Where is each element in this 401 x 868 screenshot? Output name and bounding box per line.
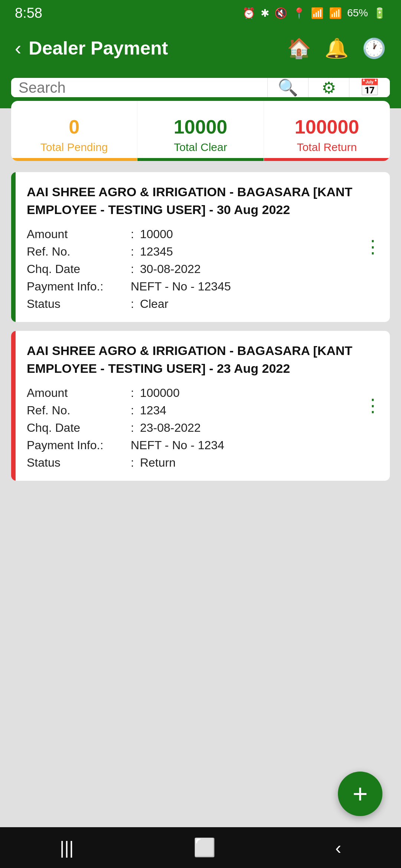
status-value: Clear [140,297,168,311]
payment-card: AAI SHREE AGRO & IRRIGATION - BAGASARA [… [11,172,390,322]
cards-container: AAI SHREE AGRO & IRRIGATION - BAGASARA [… [0,161,401,555]
bluetooth-icon: ✱ [261,7,269,19]
amount-colon: : [131,227,134,241]
amount-label: Amount [27,227,131,241]
back-button[interactable]: ‹ [15,37,21,59]
summary-clear: 10000 Total Clear [137,101,263,161]
refno-colon: : [131,404,134,417]
payment-card: AAI SHREE AGRO & IRRIGATION - BAGASARA [… [11,331,390,481]
chqdate-value: 30-08-2022 [140,262,201,276]
return-bar [264,158,390,161]
card-menu-button[interactable]: ⋮ [364,397,381,415]
amount-label: Amount [27,386,131,400]
chqdate-colon: : [131,421,134,435]
card-status-border [11,331,16,481]
refno-value: 1234 [140,404,166,417]
bottom-nav: ||| ⬜ ‹ [0,827,401,868]
filter-icon: ⚙ [322,78,336,97]
header: ‹ Dealer Payment 🏠 🔔 🕐 [0,26,401,70]
status-colon: : [131,456,134,470]
chqdate-label: Chq. Date [27,262,131,276]
pending-value: 0 [19,116,130,138]
battery-icon: 🔋 [373,7,386,19]
wifi-icon: 📶 [311,7,324,19]
amount-value: 10000 [140,227,173,241]
pending-label: Total Pending [19,141,130,154]
bell-icon[interactable]: 🔔 [325,37,349,60]
payinfo-value: NEFT - No - 1234 [131,438,224,452]
search-row: 🔍 ⚙ 📅 [11,78,390,97]
search-button[interactable]: 🔍 [267,78,308,97]
add-icon: + [353,781,368,807]
refno-label: Ref. No. [27,404,131,417]
filter-button[interactable]: ⚙ [308,78,349,97]
refno-colon: : [131,245,134,259]
card-row-payinfo: Payment Info.: NEFT - No - 1234 [27,438,379,452]
status-bar: 8:58 ⏰ ✱ 🔇 📍 📶 📶 65% 🔋 [0,0,401,26]
status-value: Return [140,456,176,470]
clear-value: 10000 [145,116,256,138]
card-title: AAI SHREE AGRO & IRRIGATION - BAGASARA [… [27,342,379,377]
header-right: 🏠 🔔 🕐 [287,37,386,60]
card-menu-button[interactable]: ⋮ [364,238,381,256]
card-row-status: Status : Clear [27,297,379,311]
amount-value: 100000 [140,386,180,400]
search-input-wrapper [11,78,267,97]
summary-pending: 0 Total Pending [11,101,137,161]
calendar-icon: 📅 [359,78,380,97]
amount-colon: : [131,386,134,400]
status-label: Status [27,456,131,470]
nav-home-icon[interactable]: ⬜ [193,837,216,858]
card-row-chqdate: Chq. Date : 23-08-2022 [27,421,379,435]
mute-icon: 🔇 [274,7,287,19]
battery-text: 65% [347,7,368,19]
card-content: AAI SHREE AGRO & IRRIGATION - BAGASARA [… [11,331,390,481]
card-row-amount: Amount : 100000 [27,386,379,400]
alarm-icon: ⏰ [242,7,255,19]
return-label: Total Return [271,141,382,154]
chqdate-label: Chq. Date [27,421,131,435]
clear-bar [137,158,263,161]
card-row-status: Status : Return [27,456,379,470]
location-icon: 📍 [293,7,306,19]
status-colon: : [131,297,134,311]
status-time: 8:58 [15,5,42,21]
payinfo-value: NEFT - No - 12345 [131,280,231,293]
clear-label: Total Clear [145,141,256,154]
return-value: 100000 [271,116,382,138]
home-icon[interactable]: 🏠 [287,37,311,60]
card-status-border [11,172,16,322]
pending-bar [11,158,137,161]
card-row-refno: Ref. No. : 1234 [27,404,379,417]
calendar-button[interactable]: 📅 [349,78,390,97]
status-label: Status [27,297,131,311]
nav-back-icon[interactable]: ‹ [335,838,341,858]
payinfo-label: Payment Info.: [27,438,131,452]
refno-label: Ref. No. [27,245,131,259]
search-input[interactable] [19,79,260,96]
chqdate-value: 23-08-2022 [140,421,201,435]
header-left: ‹ Dealer Payment [15,37,168,59]
card-rows: Amount : 10000 Ref. No. : 12345 Chq. Dat… [27,227,379,311]
card-title: AAI SHREE AGRO & IRRIGATION - BAGASARA [… [27,183,379,218]
card-row-payinfo: Payment Info.: NEFT - No - 12345 [27,280,379,293]
card-row-refno: Ref. No. : 12345 [27,245,379,259]
refno-value: 12345 [140,245,173,259]
card-row-amount: Amount : 10000 [27,227,379,241]
summary-return: 100000 Total Return [264,101,390,161]
search-icon: 🔍 [278,78,298,97]
chqdate-colon: : [131,262,134,276]
page-title: Dealer Payment [29,37,168,59]
add-button[interactable]: + [338,772,382,816]
status-icons: ⏰ ✱ 🔇 📍 📶 📶 65% 🔋 [242,7,386,19]
payinfo-label: Payment Info.: [27,280,131,293]
summary-row: 0 Total Pending 10000 Total Clear 100000… [11,101,390,161]
card-content: AAI SHREE AGRO & IRRIGATION - BAGASARA [… [11,172,390,322]
nav-recent-apps-icon[interactable]: ||| [60,838,74,858]
history-icon[interactable]: 🕐 [362,37,386,60]
signal-icon: 📶 [329,7,342,19]
summary-card: 0 Total Pending 10000 Total Clear 100000… [11,101,390,161]
card-row-chqdate: Chq. Date : 30-08-2022 [27,262,379,276]
card-rows: Amount : 100000 Ref. No. : 1234 Chq. Dat… [27,386,379,470]
